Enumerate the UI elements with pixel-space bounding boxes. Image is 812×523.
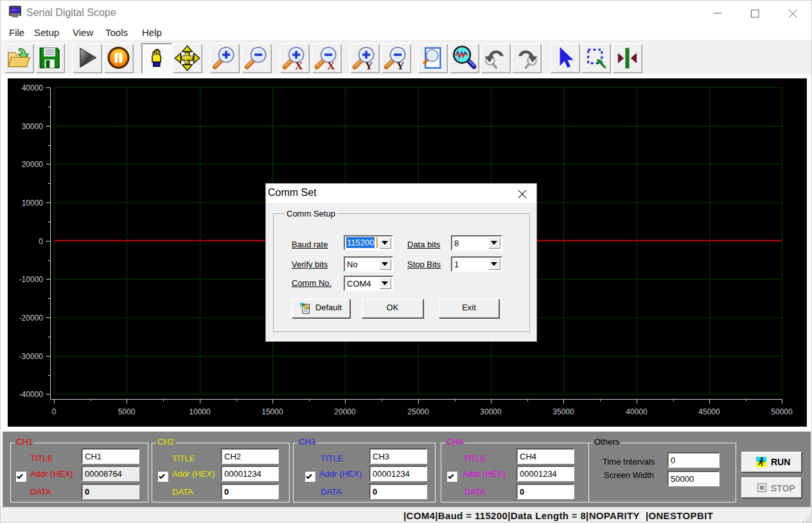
svg-text:40000: 40000 [22, 84, 44, 93]
svg-text:50000: 50000 [771, 407, 793, 416]
svg-text:-30000: -30000 [19, 352, 44, 361]
svg-text:X: X [327, 60, 335, 71]
svg-text:30000: 30000 [22, 122, 44, 131]
svg-text:Y: Y [396, 60, 405, 71]
svg-text:10000: 10000 [189, 407, 211, 416]
svg-text:35000: 35000 [552, 407, 574, 416]
svg-text:-20000: -20000 [19, 314, 44, 323]
svg-text:0: 0 [39, 237, 43, 246]
svg-text:20000: 20000 [334, 407, 356, 416]
svg-text:Y: Y [365, 60, 373, 71]
svg-text:40000: 40000 [626, 407, 648, 416]
svg-text:-10000: -10000 [19, 275, 44, 284]
svg-text:20000: 20000 [22, 160, 44, 169]
svg-text:15000: 15000 [261, 407, 283, 416]
svg-text:X: X [295, 60, 303, 71]
svg-text:-40000: -40000 [19, 390, 44, 399]
svg-text:0: 0 [52, 407, 57, 416]
svg-text:5000: 5000 [118, 407, 136, 416]
svg-text:10000: 10000 [22, 199, 44, 208]
svg-text:45000: 45000 [698, 407, 720, 416]
svg-text:25000: 25000 [407, 407, 429, 416]
svg-text:30000: 30000 [480, 407, 502, 416]
